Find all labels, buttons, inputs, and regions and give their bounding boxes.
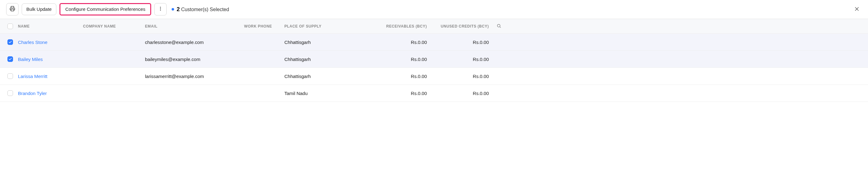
selection-count: 2 (177, 6, 180, 12)
table-row: Larissa Merritt larissamerritt@example.c… (0, 68, 868, 85)
cell-credits: Rs.0.00 (427, 74, 489, 79)
cell-email: baileymiles@example.com (145, 57, 232, 62)
cell-credits: Rs.0.00 (427, 91, 489, 96)
selection-indicator: 2 Customer(s) Selected (172, 6, 229, 13)
svg-line-7 (500, 27, 501, 28)
bulk-update-label: Bulk Update (26, 6, 52, 12)
table-row: Brandon Tyler Tamil Nadu Rs.0.00 Rs.0.00 (0, 85, 868, 102)
col-email-header[interactable]: EMAIL (145, 24, 232, 29)
close-button[interactable] (852, 4, 862, 15)
col-company-header[interactable]: COMPANY NAME (83, 24, 145, 29)
table-row: Charles Stone charlesstone@example.com C… (0, 34, 868, 51)
cell-receivables: Rs.0.00 (365, 91, 427, 96)
customer-name-link[interactable]: Brandon Tyler (18, 91, 47, 96)
row-checkbox[interactable] (7, 91, 13, 96)
customer-name-link[interactable]: Bailey Miles (18, 57, 43, 62)
cell-supply: Chhattisgarh (284, 57, 365, 62)
search-icon (497, 25, 501, 29)
table-row: Bailey Miles baileymiles@example.com Chh… (0, 51, 868, 68)
cell-supply: Tamil Nadu (284, 91, 365, 96)
toolbar: Bulk Update Configure Communication Pref… (0, 0, 868, 19)
svg-rect-0 (11, 9, 14, 11)
row-checkbox[interactable] (7, 39, 13, 45)
cell-email: charlesstone@example.com (145, 40, 232, 45)
cell-email: larissamerritt@example.com (145, 74, 232, 79)
col-supply-header[interactable]: PLACE OF SUPPLY (284, 24, 365, 29)
close-icon (854, 6, 860, 13)
print-icon (9, 6, 15, 13)
customer-name-link[interactable]: Charles Stone (18, 40, 48, 45)
col-phone-header[interactable]: WORK PHONE (232, 24, 284, 29)
customer-name-link[interactable]: Larissa Merritt (18, 74, 48, 79)
more-vertical-icon (158, 6, 163, 12)
col-receivables-header[interactable]: RECEIVABLES (BCY) (365, 24, 427, 29)
print-button[interactable] (6, 3, 19, 15)
cell-supply: Chhattisgarh (284, 40, 365, 45)
row-checkbox[interactable] (7, 56, 13, 62)
more-actions-button[interactable] (154, 3, 167, 15)
svg-point-2 (160, 8, 161, 9)
bulk-update-button[interactable]: Bulk Update (22, 3, 56, 15)
column-search-button[interactable] (497, 25, 501, 29)
svg-point-3 (160, 10, 161, 10)
configure-label: Configure Communication Preferences (65, 6, 145, 12)
cell-receivables: Rs.0.00 (365, 57, 427, 62)
cell-credits: Rs.0.00 (427, 57, 489, 62)
svg-point-6 (497, 25, 500, 27)
customers-table: NAME COMPANY NAME EMAIL WORK PHONE PLACE… (0, 19, 868, 102)
select-all-checkbox[interactable] (7, 24, 13, 29)
col-credits-header[interactable]: UNUSED CREDITS (BCY) (427, 24, 489, 29)
svg-point-1 (160, 7, 161, 8)
configure-communication-preferences-button[interactable]: Configure Communication Preferences (60, 3, 151, 15)
table-header: NAME COMPANY NAME EMAIL WORK PHONE PLACE… (0, 19, 868, 34)
cell-credits: Rs.0.00 (427, 40, 489, 45)
cell-receivables: Rs.0.00 (365, 40, 427, 45)
row-checkbox[interactable] (7, 73, 13, 79)
col-name-header[interactable]: NAME (18, 24, 83, 29)
cell-supply: Chhattisgarh (284, 74, 365, 79)
selection-suffix: Customer(s) Selected (181, 7, 229, 12)
cell-receivables: Rs.0.00 (365, 74, 427, 79)
selection-dot-icon (172, 8, 174, 10)
